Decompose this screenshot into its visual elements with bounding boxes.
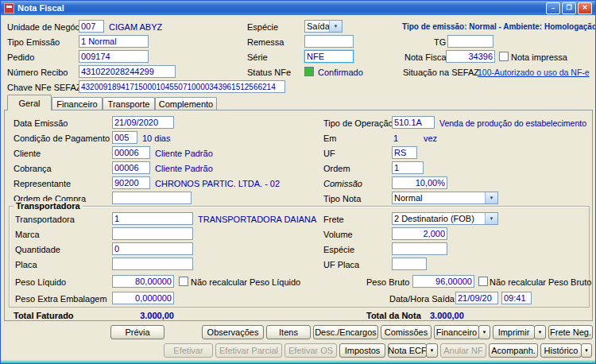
tipo-emissao-input[interactable] [79, 35, 149, 48]
comissoes-button[interactable]: Comissões [381, 325, 432, 339]
comissao-input[interactable] [392, 176, 447, 189]
condicao-pagamento-input[interactable] [112, 131, 137, 144]
peso-liquido-label: Peso Líquido [15, 277, 66, 287]
remessa-input[interactable] [304, 35, 354, 48]
anular-nf-button[interactable]: Anular NF [440, 343, 486, 358]
data-hora-saida-label: Data/Hora Saída [389, 294, 455, 304]
bottom-accent-strip [1, 360, 595, 363]
tipo-operacao-input[interactable] [392, 116, 435, 129]
pedido-input[interactable] [79, 50, 149, 63]
volume-input[interactable] [392, 227, 447, 240]
frete-select[interactable]: 2 Destinatario (FOB) ▼ [392, 212, 498, 225]
em-suffix: vez [424, 134, 437, 143]
chevron-down-icon: ▼ [485, 192, 497, 203]
peso-liquido-input[interactable] [112, 275, 174, 288]
efetivar-os-button[interactable]: Efetivar OS [284, 343, 337, 358]
tab-transporte[interactable]: Transporte [103, 97, 155, 110]
serie-input[interactable] [304, 50, 354, 63]
transportadora-input[interactable] [112, 212, 193, 225]
tab-complemento[interactable]: Complemento [155, 97, 217, 110]
quantidade-label: Quantidade [15, 245, 60, 254]
peso-bruto-label: Peso Bruto [366, 277, 409, 287]
tipo-nota-label: Tipo Nota [323, 194, 361, 203]
efetivar-button[interactable]: Efetivar [164, 343, 213, 358]
observacoes-button[interactable]: Observações [202, 325, 264, 339]
marca-input[interactable] [112, 227, 193, 240]
unidade-negocio-input[interactable] [79, 20, 104, 33]
status-nfe-checkbox[interactable] [304, 67, 314, 76]
financeiro-dropdown-button[interactable]: ▼ [478, 325, 490, 339]
representante-input[interactable] [112, 176, 150, 189]
imprimir-button[interactable]: Imprimir [493, 325, 535, 339]
ordem-compra-input[interactable] [112, 192, 192, 204]
uf-input[interactable] [392, 146, 417, 159]
emission-mode-info: Tipo de emissão: Normal - Ambiente: Homo… [402, 22, 596, 31]
maximize-button[interactable]: ❐ [562, 2, 576, 14]
especie-volume-input[interactable] [392, 242, 447, 255]
window-title: Nota Fiscal [17, 3, 64, 13]
historico-button[interactable]: Histórico [540, 343, 582, 358]
efetivar-parcial-button[interactable]: Efetivar Parcial [215, 343, 282, 358]
ordem-input[interactable] [392, 161, 424, 174]
condicao-pagamento-desc: 10 dias [142, 134, 170, 143]
cliente-name: Cliente Padrão [155, 149, 213, 158]
transportadora-name: TRANSPORTADORA DAIANA [198, 215, 316, 224]
tab-financeiro-label: Financeiro [56, 99, 97, 109]
peso-extra-label: Peso Extra Embalagem [15, 294, 107, 304]
data-emissao-input[interactable] [112, 116, 174, 129]
data-emissao-label: Data Emissão [14, 118, 68, 128]
peso-bruto-input[interactable] [412, 275, 474, 288]
minimize-button[interactable]: – [546, 2, 560, 14]
hora-saida-input[interactable] [501, 292, 532, 304]
especie-select[interactable]: Saída ▼ [304, 20, 343, 33]
data-saida-input[interactable] [455, 292, 498, 304]
tab-transporte-label: Transporte [108, 99, 150, 109]
total-faturado-label: Total Faturado [14, 311, 74, 320]
situacao-sefaz-link[interactable]: 100-Autorizado o uso da NF-e [478, 68, 590, 77]
historico-dropdown-button[interactable]: ▼ [581, 343, 592, 358]
nota-ecf-dropdown-button[interactable]: ▼ [426, 343, 438, 358]
tg-input[interactable] [447, 35, 493, 48]
frete-neg-button[interactable]: Frete Neg. [548, 325, 593, 339]
impostos-button[interactable]: Impostos [339, 343, 385, 358]
tipo-emissao-label: Tipo Emissão [7, 37, 60, 47]
peso-bruto-recalc-label: Não recalcular Peso Bruto [490, 277, 591, 287]
total-nota-label: Total da Nota [366, 311, 421, 320]
previa-button[interactable]: Prévia [110, 325, 164, 339]
nota-impressa-checkbox[interactable] [499, 52, 509, 61]
quantidade-input[interactable] [112, 242, 193, 255]
chevron-down-icon: ▼ [329, 21, 342, 32]
acompanh-button[interactable]: Acompanh. [489, 343, 538, 358]
uf-placa-input[interactable] [392, 258, 427, 270]
nota-fiscal-input[interactable] [446, 50, 495, 63]
app-icon [4, 3, 14, 14]
peso-extra-input[interactable] [112, 292, 174, 304]
tab-geral[interactable]: Geral [7, 95, 52, 110]
itens-button[interactable]: Itens [266, 325, 311, 339]
especie-label: Espécie [247, 22, 278, 32]
cobranca-input[interactable] [112, 161, 150, 174]
tab-financeiro[interactable]: Financeiro [52, 97, 103, 110]
peso-bruto-recalc-checkbox[interactable] [478, 277, 488, 286]
chave-nfe-input[interactable] [79, 80, 285, 93]
ordem-label: Ordem [323, 164, 350, 173]
cobranca-label: Cobrança [14, 164, 52, 173]
imprimir-dropdown-button[interactable]: ▼ [534, 325, 546, 339]
cliente-input[interactable] [112, 146, 150, 159]
tipo-nota-select[interactable]: Normal ▼ [392, 192, 498, 204]
representante-label: Representante [14, 179, 71, 188]
financeiro-button[interactable]: Financeiro [434, 325, 479, 339]
cobranca-name: Cliente Padrão [155, 164, 213, 173]
numero-recibo-input[interactable] [79, 65, 176, 78]
nota-ecf-button[interactable]: Nota ECF [388, 343, 427, 358]
remessa-label: Remessa [247, 37, 284, 47]
condicao-pagamento-label: Condição de Pagamento [14, 134, 110, 143]
placa-label: Placa [15, 260, 37, 269]
total-nota-value: 3.000,00 [430, 311, 464, 320]
placa-input[interactable] [112, 258, 193, 270]
desc-encargos-button[interactable]: Desc./Encargos [313, 325, 378, 339]
peso-liquido-recalc-checkbox[interactable] [179, 277, 188, 286]
status-nfe-value: Confirmado [318, 68, 363, 77]
nota-impressa-label: Nota impressa [511, 52, 567, 62]
close-button[interactable]: ✕ [578, 2, 592, 14]
